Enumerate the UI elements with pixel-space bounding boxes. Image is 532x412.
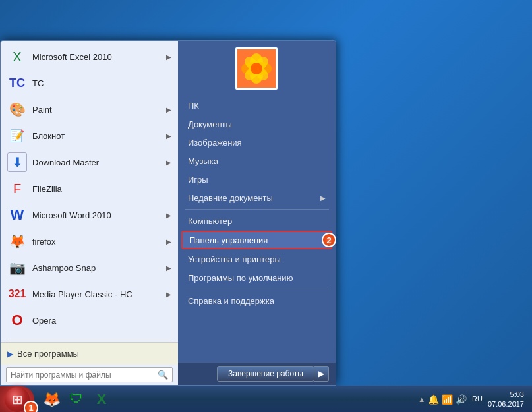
right-label-control-panel: Панель управления: [189, 235, 268, 245]
menu-item-dm-label: Download Master: [32, 158, 163, 167]
menu-item-word-label: Microsoft Word 2010: [32, 210, 163, 220]
right-item-control-panel[interactable]: Панель управления 2: [181, 231, 332, 249]
system-tray: ▲ 🔔 📶 🔊 RU 5:03 07.06.2017: [415, 390, 532, 409]
right-label-recent-docs: Недавние документы: [188, 193, 273, 203]
notepad-arrow: ▶: [166, 132, 171, 140]
right-item-devices[interactable]: Устройства и принтеры: [178, 250, 336, 268]
menu-item-paint[interactable]: 🎨 Paint ▶: [1, 96, 178, 123]
taskbar-icon-excel[interactable]: X: [90, 388, 113, 411]
right-label-pk: ПК: [188, 101, 199, 111]
right-item-pk[interactable]: ПК: [178, 96, 336, 115]
menu-item-paint-label: Paint: [32, 105, 163, 115]
user-avatar: [235, 47, 278, 90]
all-programs-item[interactable]: ▶ Все программы: [1, 342, 178, 365]
right-item-default-programs[interactable]: Программы по умолчанию: [178, 268, 336, 287]
menu-item-excel-label: Microsoft Excel 2010: [32, 52, 163, 62]
menu-item-word[interactable]: W Microsoft Word 2010 ▶: [1, 202, 178, 228]
menu-item-opera-label: Opera: [32, 316, 171, 326]
right-label-docs: Документы: [188, 119, 232, 129]
taskbar-excel-icon: X: [97, 391, 107, 408]
desktop: X Microsoft Excel 2010 ▶ TC TC 🎨 Paint ▶…: [0, 0, 532, 412]
dm-arrow: ▶: [166, 159, 171, 166]
tray-text: RU: [472, 394, 485, 403]
start-button[interactable]: ⊞ 1: [0, 386, 34, 413]
tray-clock[interactable]: 5:03 07.06.2017: [488, 390, 527, 409]
word-arrow: ▶: [166, 212, 171, 219]
taskbar: ⊞ 1 🦊 🛡 X ▲ 🔔 📶 🔊 RU: [0, 386, 532, 412]
menu-item-download-master[interactable]: ⬇ Download Master ▶: [1, 149, 178, 175]
right-label-music: Музыка: [188, 156, 218, 166]
menu-item-notepad[interactable]: 📝 Блокнот ▶: [1, 123, 178, 149]
search-input[interactable]: [11, 370, 158, 380]
menu-item-mpc-label: Media Player Classic - HC: [32, 289, 163, 299]
excel-arrow: ▶: [166, 53, 171, 61]
tray-network-icon: 📶: [442, 394, 453, 405]
menu-right-panel: ПК Документы Изображения Музыка Игры Нед…: [178, 41, 336, 385]
mpc-icon: 321: [7, 284, 27, 304]
filezilla-icon: F: [7, 179, 27, 198]
right-divider-1: [185, 209, 329, 210]
recent-docs-arrow: ▶: [320, 194, 326, 202]
badge-2: 2: [322, 233, 336, 247]
menu-item-excel[interactable]: X Microsoft Excel 2010 ▶: [1, 44, 178, 70]
tc-icon: TC: [7, 73, 27, 93]
right-label-games: Игры: [188, 175, 208, 185]
menu-item-tc[interactable]: TC TC: [1, 70, 178, 96]
menu-item-mpc[interactable]: 321 Media Player Classic - HC ▶: [1, 281, 178, 307]
right-item-docs[interactable]: Документы: [178, 115, 336, 133]
all-programs-label: Все программы: [17, 349, 171, 359]
shutdown-arrow-button[interactable]: ▶: [314, 366, 329, 382]
right-item-images[interactable]: Изображения: [178, 133, 336, 152]
menu-item-opera[interactable]: O Opera: [1, 307, 178, 334]
taskbar-antivirus-icon: 🛡: [70, 392, 83, 407]
search-bar[interactable]: 🔍: [6, 367, 173, 382]
start-menu: X Microsoft Excel 2010 ▶ TC TC 🎨 Paint ▶…: [0, 40, 336, 386]
ashampoo-arrow: ▶: [166, 264, 171, 272]
notepad-icon: 📝: [7, 126, 27, 146]
menu-divider: [7, 339, 171, 339]
menu-item-firefox[interactable]: 🦊 firefox ▶: [1, 228, 178, 254]
firefox-icon: 🦊: [7, 231, 27, 251]
right-item-music[interactable]: Музыка: [178, 152, 336, 170]
opera-icon: O: [7, 310, 27, 330]
right-item-games[interactable]: Игры: [178, 170, 336, 189]
taskbar-icon-antivirus[interactable]: 🛡: [65, 388, 88, 411]
taskbar-icons: 🦊 🛡 X: [40, 388, 113, 411]
menu-item-filezilla-label: FileZilla: [32, 184, 171, 194]
ashampoo-icon: 📷: [7, 258, 27, 278]
firefox-arrow: ▶: [166, 238, 171, 245]
windows-logo-icon: ⊞: [12, 392, 23, 407]
menu-item-filezilla[interactable]: F FileZilla: [1, 175, 178, 202]
taskbar-firefox-icon: 🦊: [43, 391, 61, 408]
tray-date: 07.06.2017: [488, 399, 524, 409]
avatar-image: [237, 49, 276, 88]
right-item-help[interactable]: Справка и поддержка: [178, 291, 336, 310]
right-item-computer[interactable]: Компьютер: [178, 212, 336, 230]
badge-1: 1: [24, 401, 38, 413]
right-label-devices: Устройства и принтеры: [188, 254, 281, 264]
tray-time: 5:03: [488, 390, 524, 399]
menu-left-panel: X Microsoft Excel 2010 ▶ TC TC 🎨 Paint ▶…: [1, 41, 178, 385]
shutdown-bar: Завершение работы ▶: [178, 362, 336, 385]
excel-icon: X: [7, 47, 27, 67]
download-master-icon: ⬇: [7, 152, 27, 172]
menu-item-ashampoo-label: Ashampoo Snap: [32, 263, 163, 273]
word-icon: W: [7, 205, 27, 225]
tray-volume-icon: 🔊: [456, 394, 467, 405]
tray-notification-icon: 🔔: [428, 394, 439, 405]
paint-icon: 🎨: [7, 100, 27, 119]
menu-items-list: X Microsoft Excel 2010 ▶ TC TC 🎨 Paint ▶…: [1, 41, 178, 336]
menu-item-notepad-label: Блокнот: [32, 131, 163, 141]
shutdown-button[interactable]: Завершение работы: [217, 366, 314, 382]
right-menu-items: ПК Документы Изображения Музыка Игры Нед…: [178, 93, 336, 362]
right-label-images: Изображения: [188, 138, 242, 148]
tray-icons: ▲ 🔔 📶 🔊: [415, 394, 469, 405]
menu-item-ashampoo[interactable]: 📷 Ashampoo Snap ▶: [1, 254, 178, 281]
menu-item-firefox-label: firefox: [32, 237, 163, 247]
taskbar-icon-firefox[interactable]: 🦊: [40, 388, 63, 411]
user-header: [178, 41, 336, 93]
right-item-recent-docs[interactable]: Недавние документы ▶: [178, 189, 336, 207]
right-divider-2: [185, 289, 329, 289]
paint-arrow: ▶: [166, 106, 171, 113]
tray-expand-icon[interactable]: ▲: [418, 396, 425, 403]
